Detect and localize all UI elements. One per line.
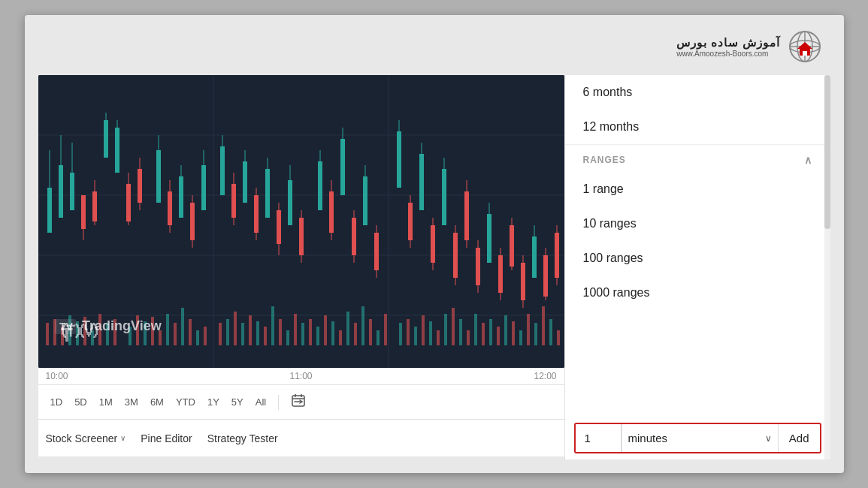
svg-rect-46 <box>294 314 297 345</box>
tab-strategy-tester[interactable]: Strategy Tester <box>207 429 278 447</box>
add-button[interactable]: Add <box>778 424 820 452</box>
svg-rect-75 <box>519 330 522 345</box>
btn-all[interactable]: All <box>251 394 271 410</box>
btn-1y[interactable]: 1Y <box>203 394 224 410</box>
dropdown-item-10ranges[interactable]: 10 ranges <box>565 206 830 241</box>
svg-rect-55 <box>361 306 364 345</box>
svg-rect-100 <box>156 150 161 203</box>
tab-stock-screener[interactable]: Stock Screener ∨ <box>46 429 126 447</box>
svg-rect-77 <box>534 323 537 345</box>
dropdown-item-12months[interactable]: 12 months <box>565 110 830 144</box>
svg-rect-92 <box>104 120 108 158</box>
svg-rect-45 <box>286 330 289 345</box>
svg-rect-68 <box>467 330 470 345</box>
svg-rect-63 <box>429 321 432 345</box>
btn-1m[interactable]: 1M <box>95 394 117 410</box>
ranges-section-chevron[interactable]: ∧ <box>804 154 812 166</box>
svg-rect-162 <box>532 236 537 278</box>
svg-rect-32 <box>181 308 184 345</box>
svg-rect-114 <box>243 161 247 203</box>
dropdown-item-1range[interactable]: 1 range <box>565 172 830 206</box>
svg-rect-112 <box>231 184 236 218</box>
svg-rect-73 <box>504 315 507 345</box>
svg-rect-47 <box>301 323 304 345</box>
btn-ytd[interactable]: YTD <box>171 394 200 410</box>
svg-text:TradingView: TradingView <box>82 318 162 333</box>
time-label-1000: 10:00 <box>46 371 68 381</box>
svg-rect-94 <box>115 128 119 173</box>
svg-rect-120 <box>277 210 281 244</box>
svg-rect-74 <box>512 321 515 345</box>
dropdown-list: 6 months 12 months RANGES ∧ 1 range 10 r… <box>565 75 830 417</box>
unit-select-wrapper: minutes hours days weeks months <box>621 424 778 452</box>
calendar-range-icon[interactable] <box>286 391 310 413</box>
tab-strategy-tester-label: Strategy Tester <box>207 432 278 444</box>
svg-rect-130 <box>340 139 345 195</box>
svg-rect-34 <box>196 330 199 345</box>
svg-rect-52 <box>339 330 342 345</box>
dropdown-panel: 6 months 12 months RANGES ∧ 1 range 10 r… <box>564 75 830 459</box>
custom-unit-select[interactable]: minutes hours days weeks months <box>622 424 686 452</box>
svg-rect-136 <box>374 233 379 270</box>
svg-rect-36 <box>219 323 222 345</box>
btn-1d[interactable]: 1D <box>46 394 68 410</box>
svg-rect-122 <box>288 180 292 225</box>
svg-rect-30 <box>166 314 169 345</box>
scrollbar-track <box>824 75 830 459</box>
svg-rect-134 <box>363 176 367 225</box>
svg-rect-42 <box>264 327 267 345</box>
svg-rect-48 <box>309 319 312 345</box>
svg-rect-172 <box>292 396 304 406</box>
svg-rect-59 <box>399 323 402 345</box>
svg-rect-44 <box>279 319 282 345</box>
svg-rect-67 <box>459 319 462 345</box>
chart-svg: 🄣🄥 T TV TradingView <box>38 75 564 368</box>
svg-rect-64 <box>437 330 440 345</box>
svg-rect-37 <box>226 319 229 345</box>
btn-5y[interactable]: 5Y <box>227 394 248 410</box>
tab-stock-screener-label: Stock Screener <box>46 432 118 444</box>
svg-rect-54 <box>354 323 357 345</box>
svg-rect-82 <box>47 188 52 233</box>
main-area: 🄣🄥 T TV TradingView 10:00 11:00 12:00 1D… <box>38 75 830 459</box>
svg-rect-158 <box>510 225 514 267</box>
logo-text-sub: www.Amoozesh-Boors.com <box>676 50 768 58</box>
btn-3m[interactable]: 3M <box>120 394 143 410</box>
tab-stock-screener-chevron: ∨ <box>120 434 126 442</box>
svg-rect-41 <box>256 321 259 345</box>
svg-rect-35 <box>204 327 207 345</box>
svg-rect-128 <box>329 191 334 233</box>
logo-text-main: آموزش ساده بورس <box>676 36 780 50</box>
svg-rect-33 <box>189 319 192 345</box>
svg-text:TV: TV <box>59 321 74 333</box>
scrollbar-thumb[interactable] <box>824 75 830 229</box>
svg-rect-66 <box>452 308 455 345</box>
svg-rect-142 <box>419 154 424 210</box>
svg-rect-15 <box>46 323 49 345</box>
svg-rect-132 <box>352 218 356 255</box>
svg-rect-49 <box>316 327 319 345</box>
svg-rect-90 <box>92 191 97 221</box>
dropdown-item-6months[interactable]: 6 months <box>565 75 830 110</box>
chart-section: 🄣🄥 T TV TradingView 10:00 11:00 12:00 1D… <box>38 75 564 459</box>
svg-rect-118 <box>265 169 270 218</box>
chart-time-labels: 10:00 11:00 12:00 <box>38 368 564 384</box>
dropdown-section-ranges: RANGES ∧ <box>565 144 830 172</box>
svg-rect-126 <box>318 161 322 210</box>
svg-rect-116 <box>254 195 259 233</box>
svg-rect-43 <box>271 306 274 345</box>
svg-rect-31 <box>174 323 177 345</box>
svg-rect-65 <box>444 314 447 345</box>
tab-pine-editor[interactable]: Pine Editor <box>141 429 192 447</box>
svg-rect-106 <box>190 203 195 240</box>
custom-number-input[interactable] <box>576 424 621 452</box>
tab-pine-editor-label: Pine Editor <box>141 432 192 444</box>
main-frame: آموزش ساده بورس www.Amoozesh-Boors.com <box>25 15 844 473</box>
svg-rect-110 <box>220 146 225 195</box>
dropdown-item-100ranges[interactable]: 100 ranges <box>565 241 830 276</box>
dropdown-item-1000ranges[interactable]: 1000 ranges <box>565 276 830 310</box>
btn-6m[interactable]: 6M <box>146 394 168 410</box>
time-label-1100: 11:00 <box>289 371 312 381</box>
svg-rect-86 <box>70 173 74 210</box>
btn-5d[interactable]: 5D <box>70 394 92 410</box>
